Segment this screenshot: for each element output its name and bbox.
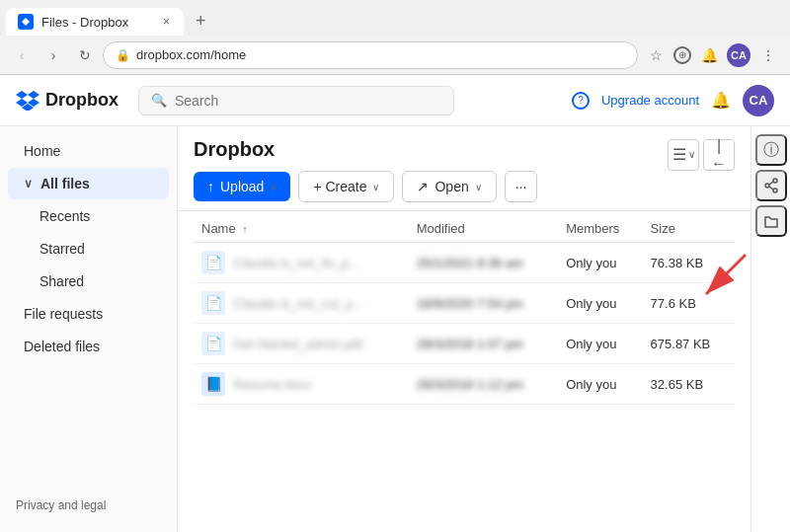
app-logo-text: Dropbox [45, 90, 118, 111]
file-name: Claudia is_not_cut_y... [233, 296, 362, 311]
table-row[interactable]: 📄 Get Started_admin.pdf 29/3/2018 1:07 p… [194, 324, 735, 364]
file-members: Only you [558, 324, 642, 364]
file-name: Get Started_admin.pdf [233, 337, 362, 351]
reload-button[interactable]: ↻ [71, 41, 99, 69]
list-icon: ☰ [672, 145, 686, 164]
tab-bar: Files - Dropbox × + [0, 0, 790, 36]
open-chevron-icon: ∨ [475, 182, 482, 192]
panel-expand-button[interactable]: |← [703, 139, 735, 171]
folder-panel-button[interactable] [755, 205, 787, 237]
sidebar-item-allfiles[interactable]: ∨ All files [8, 168, 169, 199]
open-icon: ↗ [417, 179, 429, 194]
file-size: 675.87 KB [643, 324, 735, 364]
col-name[interactable]: Name ↑ [194, 211, 409, 243]
table-row[interactable]: 📘 Resume.docx 29/3/2018 1:12 pm Only you… [194, 364, 735, 405]
nav-actions: ☆ ⊕ 🔔 CA ⋮ [642, 41, 782, 69]
logo-area: Dropbox [16, 90, 118, 111]
file-modified: 29/3/2018 1:12 pm [409, 364, 558, 405]
active-tab[interactable]: Files - Dropbox × [6, 8, 184, 36]
sidebar-item-starred[interactable]: Starred [8, 233, 169, 265]
browser-profile-avatar[interactable]: CA [727, 43, 750, 67]
sidebar-item-deletedfiles[interactable]: Deleted files [8, 331, 169, 362]
new-tab-button[interactable]: + [188, 7, 214, 36]
sidebar-item-label: Home [24, 143, 60, 159]
svg-point-0 [773, 179, 777, 183]
sidebar-item-label: Shared [40, 273, 84, 289]
toolbar: ↑ Upload ∨ + Create ∨ ↗ Open ∨ [194, 171, 735, 202]
sidebar-item-filerequests[interactable]: File requests [8, 298, 169, 330]
col-modified[interactable]: Modified [409, 211, 558, 243]
content-title: Dropbox [194, 138, 275, 161]
share-panel-button[interactable] [755, 170, 787, 201]
sidebar-item-home[interactable]: Home [8, 135, 169, 167]
upgrade-link[interactable]: Upgrade account [601, 93, 699, 108]
files-table: Name ↑ Modified Members Si [194, 211, 735, 405]
dropbox-logo-icon [16, 91, 40, 111]
sidebar-item-label: File requests [24, 306, 103, 322]
file-members: Only you [558, 243, 642, 283]
list-view-button[interactable]: ☰ ∨ [668, 139, 699, 171]
svg-line-3 [769, 182, 773, 185]
file-icon: 📄 [201, 291, 225, 315]
bell-button[interactable]: 🔔 [695, 41, 723, 69]
upload-chevron-icon: ∨ [270, 182, 276, 192]
sidebar-item-label: Recents [40, 208, 90, 224]
file-icon: 📘 [201, 372, 225, 396]
sidebar-item-label: Starred [40, 241, 85, 257]
tab-favicon [18, 14, 34, 30]
upload-icon: ↑ [207, 179, 214, 194]
table-body: 📄 Claudia is_not_fix_p... 25/1/2021 8:36… [194, 243, 735, 405]
create-button[interactable]: + Create ∨ [298, 171, 394, 202]
svg-line-4 [769, 187, 773, 190]
table-row[interactable]: 📄 Claudia is_not_cut_y... 18/9/2020 7:54… [194, 283, 735, 324]
sidebar-footer[interactable]: Privacy and legal [0, 487, 177, 524]
file-name: Resume.docx [233, 377, 311, 392]
app-topbar: Dropbox 🔍 ? Upgrade account 🔔 CA [0, 75, 790, 126]
bookmark-button[interactable]: ☆ [642, 41, 670, 69]
back-button[interactable]: ‹ [8, 41, 36, 69]
tab-title: Files - Dropbox [41, 15, 153, 30]
expand-icon: |← [711, 137, 727, 173]
file-icon: 📄 [201, 332, 225, 355]
sidebar-item-shared[interactable]: Shared [8, 266, 169, 297]
more-button[interactable]: ··· [505, 171, 538, 202]
file-members: Only you [558, 364, 642, 405]
menu-button[interactable]: ⋮ [754, 41, 782, 69]
sidebar: Home ∨ All files Recents Starred Shared … [0, 126, 178, 532]
content: Dropbox ☰ ∨ |← ↑ [178, 126, 750, 532]
sidebar-item-label: All files [40, 176, 90, 191]
forward-button[interactable]: › [40, 41, 67, 69]
file-icon: 📄 [201, 251, 225, 274]
svg-point-2 [773, 189, 777, 192]
file-modified: 29/3/2018 1:07 pm [409, 324, 558, 364]
table-row[interactable]: 📄 Claudia is_not_fix_p... 25/1/2021 8:36… [194, 243, 735, 283]
chevron-down-icon: ∨ [24, 177, 33, 190]
view-panel: ⓘ [750, 126, 790, 532]
col-members[interactable]: Members [558, 211, 642, 243]
browser-chrome: Files - Dropbox × + ‹ › ↻ 🔒 dropbox.com/… [0, 0, 790, 75]
file-name: Claudia is_not_fix_p... [233, 256, 359, 270]
upload-button[interactable]: ↑ Upload ∨ [194, 172, 290, 201]
search-box[interactable]: 🔍 [138, 86, 454, 115]
main-layout: Home ∨ All files Recents Starred Shared … [0, 126, 790, 532]
browser-extension-icon: ⊕ [673, 46, 691, 64]
col-size[interactable]: Size [643, 211, 735, 243]
user-avatar[interactable]: CA [743, 85, 774, 116]
search-input[interactable] [175, 93, 441, 109]
info-panel-button[interactable]: ⓘ [755, 134, 787, 166]
tab-close-btn[interactable]: × [161, 13, 172, 31]
table-header: Name ↑ Modified Members Si [194, 211, 735, 243]
sidebar-nav: Home ∨ All files Recents Starred Shared … [0, 134, 177, 487]
sidebar-item-recents[interactable]: Recents [8, 200, 169, 232]
help-icon[interactable]: ? [572, 92, 590, 110]
list-chevron-icon: ∨ [688, 149, 695, 160]
topbar-right: ? Upgrade account 🔔 CA [572, 85, 774, 116]
address-bar[interactable]: 🔒 dropbox.com/home [103, 41, 638, 69]
sort-icon: ↑ [242, 223, 248, 235]
file-size: 32.65 KB [643, 364, 735, 405]
open-button[interactable]: ↗ Open ∨ [402, 171, 496, 202]
create-chevron-icon: ∨ [372, 182, 379, 192]
bell-icon[interactable]: 🔔 [711, 91, 731, 110]
files-area: Name ↑ Modified Members Si [178, 211, 750, 532]
file-size: 77.6 KB [643, 283, 735, 324]
